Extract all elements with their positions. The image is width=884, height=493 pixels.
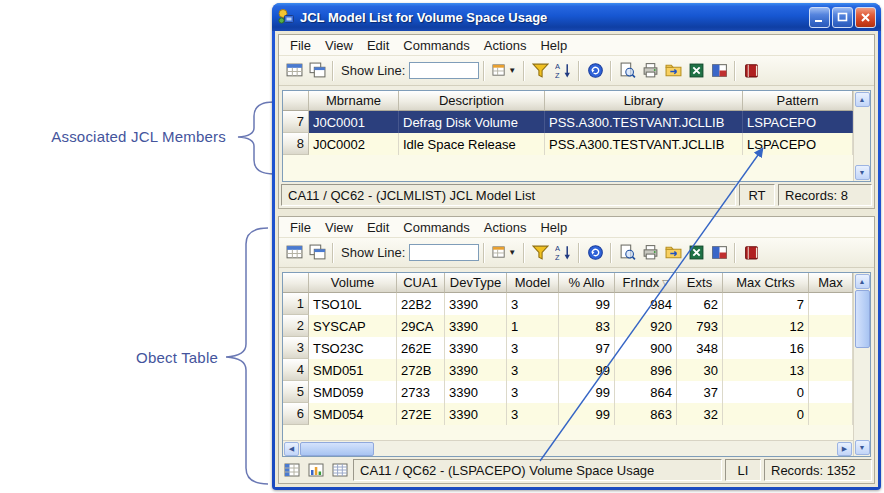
cell-max[interactable] <box>809 381 853 403</box>
table-row[interactable]: 3 TSO23C 262E 3390 3 97 900 348 16 <box>283 337 853 359</box>
menu-actions[interactable]: Actions <box>477 37 534 54</box>
print-icon[interactable] <box>639 60 661 82</box>
cell-frindx[interactable]: 984 <box>615 293 677 315</box>
row-number[interactable]: 8 <box>283 133 309 155</box>
vertical-scroll-thumb[interactable] <box>855 290 870 348</box>
cell-mbrname[interactable]: J0C0001 <box>309 111 399 133</box>
table-row[interactable]: 1 TSO10L 22B2 3390 3 99 984 62 7 <box>283 293 853 315</box>
export-folder-icon[interactable] <box>662 242 684 264</box>
maximize-button[interactable] <box>832 7 853 28</box>
transfer-grid-icon[interactable] <box>708 60 730 82</box>
cell-volume[interactable]: SMD059 <box>309 381 397 403</box>
sort-az-icon[interactable]: AZ <box>552 242 574 264</box>
excel-export-icon[interactable] <box>685 60 707 82</box>
menu-file[interactable]: File <box>283 219 318 236</box>
table-row[interactable]: 5 SMD059 2733 3390 3 99 864 37 0 <box>283 381 853 403</box>
col-header-max-ctrks[interactable]: Max Ctrks <box>723 273 809 293</box>
menu-edit[interactable]: Edit <box>360 219 396 236</box>
view-options-dropdown[interactable]: ▼ <box>489 60 519 82</box>
cell-devtype[interactable]: 3390 <box>445 293 507 315</box>
cell-exts[interactable]: 37 <box>677 381 723 403</box>
cell-description[interactable]: Idle Space Release <box>399 133 545 155</box>
cell-pattern[interactable]: LSPACEPO <box>743 133 853 155</box>
menu-help[interactable]: Help <box>533 219 574 236</box>
scroll-up-icon[interactable]: ▲ <box>855 274 870 289</box>
cell-library[interactable]: PSS.A300.TESTVANT.JCLLIB <box>545 133 743 155</box>
cell-max-ctrks[interactable]: 0 <box>723 403 809 425</box>
scroll-down-icon[interactable]: ▼ <box>855 440 870 455</box>
col-header-cua1[interactable]: CUA1 <box>397 273 445 293</box>
table-row[interactable]: 8 J0C0002 Idle Space Release PSS.A300.TE… <box>283 133 853 155</box>
cell-cua1[interactable]: 29CA <box>397 315 445 337</box>
row-number[interactable]: 7 <box>283 111 309 133</box>
cell-volume[interactable]: SMD054 <box>309 403 397 425</box>
row-number[interactable]: 2 <box>283 315 309 337</box>
sort-az-icon[interactable]: AZ <box>552 60 574 82</box>
menu-edit[interactable]: Edit <box>360 37 396 54</box>
cell-pct-allo[interactable]: 83 <box>559 315 615 337</box>
scroll-left-icon[interactable]: ◀ <box>284 442 299 456</box>
filter-icon[interactable] <box>529 60 551 82</box>
cell-devtype[interactable]: 3390 <box>445 315 507 337</box>
cell-exts[interactable]: 62 <box>677 293 723 315</box>
cell-volume[interactable]: TSO10L <box>309 293 397 315</box>
cell-library[interactable]: PSS.A300.TESTVANT.JCLLIB <box>545 111 743 133</box>
cell-max-ctrks[interactable]: 7 <box>723 293 809 315</box>
copy-grid-icon[interactable] <box>306 242 328 264</box>
cell-model[interactable]: 3 <box>507 337 559 359</box>
cell-pct-allo[interactable]: 99 <box>559 293 615 315</box>
cell-devtype[interactable]: 3390 <box>445 381 507 403</box>
print-preview-icon[interactable] <box>616 60 638 82</box>
cell-frindx[interactable]: 863 <box>615 403 677 425</box>
cell-devtype[interactable]: 3390 <box>445 359 507 381</box>
refresh-icon[interactable] <box>584 242 606 264</box>
cell-model[interactable]: 3 <box>507 359 559 381</box>
cell-max[interactable] <box>809 315 853 337</box>
row-number[interactable]: 1 <box>283 293 309 315</box>
cell-frindx[interactable]: 920 <box>615 315 677 337</box>
cell-model[interactable]: 3 <box>507 293 559 315</box>
cell-pattern[interactable]: LSPACEPO <box>743 111 853 133</box>
help-book-icon[interactable] <box>740 60 762 82</box>
detail-grid-icon[interactable] <box>329 459 350 481</box>
cell-max[interactable] <box>809 293 853 315</box>
cell-volume[interactable]: TSO23C <box>309 337 397 359</box>
col-header-pct-allo[interactable]: % Allo <box>559 273 615 293</box>
menu-view[interactable]: View <box>318 219 360 236</box>
grid-properties-icon[interactable] <box>283 242 305 264</box>
col-header-devtype[interactable]: DevType <box>445 273 507 293</box>
col-header-exts[interactable]: Exts <box>677 273 723 293</box>
row-number[interactable]: 5 <box>283 381 309 403</box>
title-bar[interactable]: JCL Model List for Volume Space Usage <box>272 3 881 31</box>
cell-pct-allo[interactable]: 99 <box>559 403 615 425</box>
menu-commands[interactable]: Commands <box>396 37 476 54</box>
grid-properties-icon[interactable] <box>283 60 305 82</box>
table-row[interactable]: 4 SMD051 272B 3390 3 99 896 30 13 <box>283 359 853 381</box>
cell-exts[interactable]: 30 <box>677 359 723 381</box>
cell-devtype[interactable]: 3390 <box>445 403 507 425</box>
col-header-model[interactable]: Model <box>507 273 559 293</box>
menu-help[interactable]: Help <box>533 37 574 54</box>
print-icon[interactable] <box>639 242 661 264</box>
cell-model[interactable]: 3 <box>507 381 559 403</box>
menu-view[interactable]: View <box>318 37 360 54</box>
table1-vertical-scrollbar[interactable]: ▲ ▼ <box>853 91 870 181</box>
cell-cua1[interactable]: 272E <box>397 403 445 425</box>
row-number[interactable]: 3 <box>283 337 309 359</box>
filter-icon[interactable] <box>529 242 551 264</box>
refresh-icon[interactable] <box>584 60 606 82</box>
print-preview-icon[interactable] <box>616 242 638 264</box>
cell-volume[interactable]: SYSCAP <box>309 315 397 337</box>
cell-pct-allo[interactable]: 99 <box>559 359 615 381</box>
transfer-grid-icon[interactable] <box>708 242 730 264</box>
view-options-dropdown[interactable]: ▼ <box>489 242 519 264</box>
excel-export-icon[interactable] <box>685 242 707 264</box>
scroll-down-icon[interactable]: ▼ <box>855 165 870 180</box>
chart-view-icon[interactable] <box>305 459 326 481</box>
cell-exts[interactable]: 348 <box>677 337 723 359</box>
col-header-mbrname[interactable]: Mbrname <box>309 91 399 111</box>
cell-frindx[interactable]: 864 <box>615 381 677 403</box>
summary-table-icon[interactable] <box>281 459 302 481</box>
cell-max-ctrks[interactable]: 0 <box>723 381 809 403</box>
cell-max-ctrks[interactable]: 16 <box>723 337 809 359</box>
